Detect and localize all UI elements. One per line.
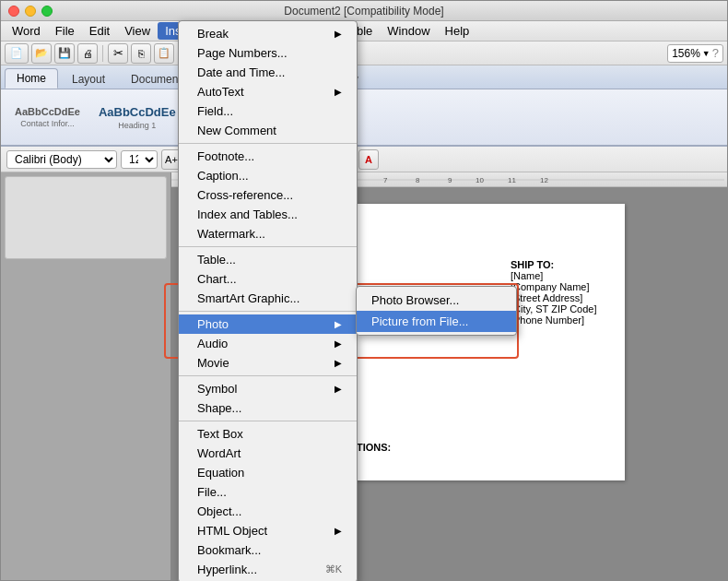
menu-html-object-label: HTML Object: [197, 524, 267, 538]
menu-index-tables-label: Index and Tables...: [197, 208, 298, 221]
menu-cross-reference[interactable]: Cross-reference...: [179, 185, 357, 205]
style-heading1-preview: AaBbCcDdEe: [99, 105, 176, 119]
maximize-button[interactable]: [41, 6, 53, 17]
menu-new-comment[interactable]: New Comment: [179, 121, 357, 140]
menu-equation[interactable]: Equation: [179, 463, 357, 482]
svg-text:10: 10: [476, 176, 484, 184]
zoom-control[interactable]: 156% ▼ ?: [667, 44, 723, 63]
svg-text:11: 11: [508, 176, 516, 184]
style-contact-label: Contact Infor...: [20, 119, 75, 128]
print-btn[interactable]: 🖨: [77, 43, 98, 64]
svg-text:12: 12: [540, 176, 548, 184]
menu-chart-label: Chart...: [197, 272, 237, 286]
svg-text:7: 7: [383, 176, 388, 184]
style-heading1-label: Heading 1: [118, 121, 156, 130]
photo-submenu: Photo Browser... Picture from File...: [356, 286, 517, 336]
open-btn[interactable]: 📂: [31, 43, 52, 64]
menu-caption-label: Caption...: [197, 169, 249, 183]
menu-audio-label: Audio: [197, 337, 228, 350]
menu-chart[interactable]: Chart...: [179, 269, 357, 289]
menu-photo[interactable]: Photo ▶: [179, 314, 357, 334]
menu-date-time[interactable]: Date and Time...: [179, 63, 357, 82]
menu-photo-label: Photo: [197, 317, 229, 331]
tab-home[interactable]: Home: [5, 68, 58, 89]
menu-textbox[interactable]: Text Box: [179, 424, 357, 444]
audio-arrow: ▶: [335, 338, 342, 349]
hyperlink-shortcut: ⌘K: [325, 563, 342, 575]
paste-btn[interactable]: 📋: [154, 43, 174, 64]
menu-table-insert[interactable]: Table...: [179, 250, 357, 269]
ribbon-content: AaBbCcDdEe Contact Infor... AaBbCcDdEe H…: [1, 89, 727, 147]
menu-smartart-label: SmartArt Graphic...: [197, 291, 299, 305]
minimize-button[interactable]: [25, 6, 36, 17]
menu-caption[interactable]: Caption...: [179, 166, 357, 185]
menu-movie[interactable]: Movie ▶: [179, 353, 357, 373]
menu-shape[interactable]: Shape...: [179, 398, 357, 418]
ship-to-city: [City, ST ZIP Code]: [511, 303, 597, 314]
tab-layout[interactable]: Layout: [60, 69, 117, 89]
submenu-photo-browser[interactable]: Photo Browser...: [357, 290, 516, 311]
window-title: Document2 [Compatibility Mode]: [284, 5, 443, 18]
menu-table-label: Table...: [197, 253, 236, 267]
menu-shape-label: Shape...: [197, 401, 241, 415]
autotext-arrow: ▶: [335, 87, 342, 97]
sep-4: [179, 375, 357, 376]
menu-page-numbers[interactable]: Page Numbers...: [179, 43, 357, 63]
menu-hyperlink-label: Hyperlink...: [197, 563, 257, 576]
menu-object-label: Object...: [197, 504, 241, 518]
zoom-arrow[interactable]: ▼: [702, 49, 710, 58]
menu-smartart[interactable]: SmartArt Graphic...: [179, 289, 357, 308]
ribbon-tabs: Home Layout Document Arts SmartArt Revie…: [1, 65, 727, 89]
cut-btn[interactable]: ✂: [108, 43, 128, 64]
menu-break[interactable]: Break ▶: [179, 24, 357, 43]
menu-watermark[interactable]: Watermark...: [179, 224, 357, 243]
sep-2: [179, 246, 357, 247]
title-bar: Document2 [Compatibility Mode]: [1, 1, 727, 21]
menu-view[interactable]: View: [117, 22, 158, 40]
menu-equation-label: Equation: [197, 466, 244, 480]
svg-text:8: 8: [416, 176, 420, 184]
menu-wordart-label: WordArt: [197, 446, 241, 460]
sep-3: [179, 311, 357, 312]
submenu-picture-from-file[interactable]: Picture from File...: [357, 311, 516, 332]
menu-word[interactable]: Word: [5, 22, 48, 40]
menu-help[interactable]: Help: [438, 22, 477, 40]
menu-file[interactable]: File: [48, 22, 82, 40]
format-toolbar: Calibri (Body) 12 A+ A- B I U abc A² A₂ …: [1, 147, 727, 172]
font-size-selector[interactable]: 12: [121, 150, 158, 169]
ship-to-section: SHIP TO: [Name] [Company Name] [Street A…: [511, 259, 597, 326]
menu-index-tables[interactable]: Index and Tables...: [179, 205, 357, 224]
close-button[interactable]: [8, 6, 19, 17]
menu-audio[interactable]: Audio ▶: [179, 334, 357, 353]
photo-arrow: ▶: [335, 319, 342, 329]
sep-5: [179, 421, 357, 421]
style-contact[interactable]: AaBbCcDdEe Contact Infor...: [8, 103, 87, 131]
menu-wordart[interactable]: WordArt: [179, 444, 357, 463]
zoom-level: 156%: [672, 47, 700, 60]
menu-footnote[interactable]: Footnote...: [179, 147, 357, 166]
menu-bar: Word File Edit View Insert Format Font T…: [1, 21, 727, 42]
menu-field-label: Field...: [197, 104, 233, 118]
font-color-btn[interactable]: A: [358, 149, 379, 170]
menu-window[interactable]: Window: [380, 22, 437, 40]
menu-field[interactable]: Field...: [179, 101, 357, 121]
save-btn[interactable]: 💾: [54, 43, 75, 64]
menu-edit[interactable]: Edit: [82, 22, 117, 40]
menu-object[interactable]: Object...: [179, 502, 357, 521]
menu-file-insert[interactable]: File...: [179, 482, 357, 502]
menu-textbox-label: Text Box: [197, 427, 243, 441]
menu-symbol[interactable]: Symbol ▶: [179, 379, 357, 398]
font-selector[interactable]: Calibri (Body): [6, 150, 117, 169]
ship-to-company: [Company Name]: [511, 281, 597, 292]
photo-browser-label: Photo Browser...: [371, 293, 459, 307]
menu-html-object[interactable]: HTML Object ▶: [179, 521, 357, 540]
copy-btn[interactable]: ⎘: [131, 43, 151, 64]
movie-arrow: ▶: [335, 358, 342, 368]
menu-autotext-label: AutoText: [197, 85, 244, 99]
style-heading1[interactable]: AaBbCcDdEe Heading 1: [92, 102, 182, 133]
menu-autotext[interactable]: AutoText ▶: [179, 82, 357, 101]
menu-bookmark[interactable]: Bookmark...: [179, 540, 357, 560]
menu-hyperlink[interactable]: Hyperlink... ⌘K: [179, 560, 357, 579]
zoom-help[interactable]: ?: [712, 46, 719, 60]
new-btn[interactable]: 📄: [5, 43, 29, 64]
